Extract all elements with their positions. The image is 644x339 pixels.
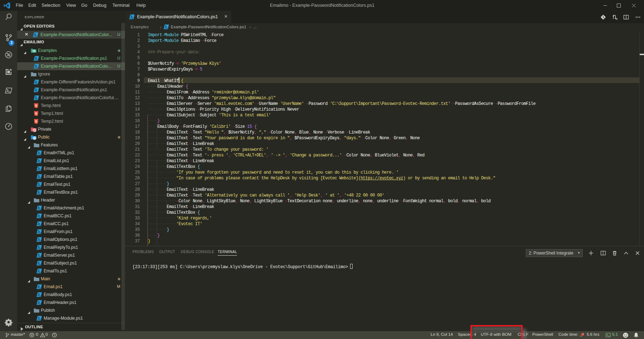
svg-text:5: 5: [35, 112, 37, 115]
svg-text:5: 5: [35, 120, 37, 123]
svg-text:5: 5: [35, 104, 37, 107]
